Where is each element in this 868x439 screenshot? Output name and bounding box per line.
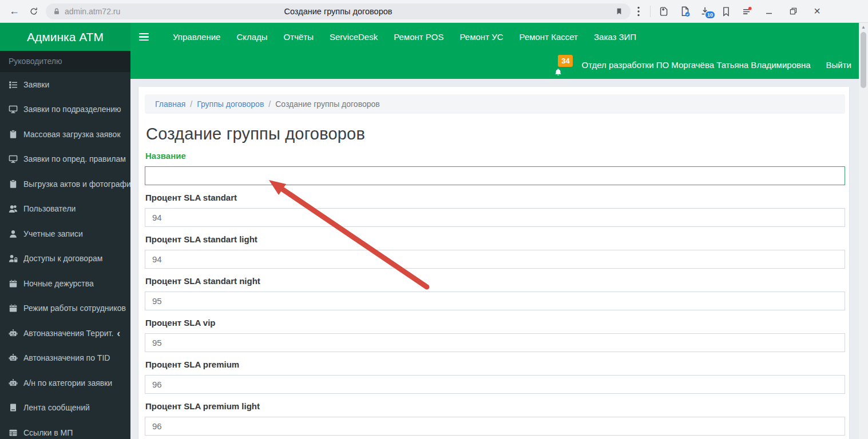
sidebar-item-mp-links[interactable]: Ссылки в МП xyxy=(0,420,130,439)
page-scrollbar[interactable]: ▲ xyxy=(859,23,868,439)
refresh-button[interactable] xyxy=(24,2,43,21)
field-input-sla-standart-light[interactable] xyxy=(145,250,845,269)
clipboard-icon xyxy=(9,130,18,139)
close-button[interactable]: × xyxy=(805,2,829,21)
field-input-sla-premium[interactable] xyxy=(145,375,845,394)
sidebar-item-label: Ночные дежурства xyxy=(23,279,94,288)
sidebar-item-label: Массовая загрузка заявок xyxy=(23,130,121,139)
sidebar-item-night-shifts[interactable]: Ночные дежурства xyxy=(0,271,130,296)
sidebar-item-bulk-upload[interactable]: Массовая загрузка заявок xyxy=(0,122,130,147)
sidebar-item-label: Учетные записи xyxy=(23,229,83,238)
sidebar-item-requests-by-division[interactable]: Заявки по подразделению xyxy=(0,97,130,122)
nav-item-4[interactable]: Ремонт POS xyxy=(386,23,451,51)
sidebar-item-auto-assign-territory[interactable]: Автоназначения Террит.‹ xyxy=(0,321,130,346)
breadcrumb-link[interactable]: Группы договоров xyxy=(197,99,264,109)
form-group-sla-premium: Процент SLA premium xyxy=(145,360,845,394)
content-card: Главная/Группы договоров/Создание группы… xyxy=(138,87,849,439)
minimize-icon xyxy=(766,8,772,15)
breadcrumb-current: Создание группы договоров xyxy=(275,99,380,109)
user-name: Отдел разработки ПО Моргачёва Татьяна Вл… xyxy=(581,60,810,70)
logout-button[interactable]: Выйти xyxy=(826,60,851,70)
nav-item-5[interactable]: Ремонт УС xyxy=(452,23,512,51)
app-logo[interactable]: Админка АТМ xyxy=(0,23,130,51)
table-icon xyxy=(9,428,18,437)
sidebar-item-label: Заявки по подразделению xyxy=(23,105,121,114)
document-check-icon xyxy=(679,5,691,18)
downloads-button[interactable]: 10 xyxy=(695,2,716,21)
sidebar-item-requests[interactable]: Заявки xyxy=(0,72,130,97)
hamburger-button[interactable] xyxy=(130,23,157,51)
sidebar-item-requests-by-rules[interactable]: Заявки по опред. правилам xyxy=(0,147,130,172)
sidebar-item-label: Заявки по опред. правилам xyxy=(23,154,126,163)
sidebar-item-auto-assign-tid[interactable]: Автоназначения по TID xyxy=(0,346,130,371)
toolbar-separator xyxy=(650,6,651,17)
nav-item-2[interactable]: Отчёты xyxy=(276,23,322,51)
tag-icon xyxy=(658,5,671,18)
book-icon xyxy=(9,403,18,412)
sidebar-item-users[interactable]: Пользователи xyxy=(0,197,130,222)
nav-item-3[interactable]: ServiceDesk xyxy=(322,23,386,51)
sidebar-item-message-feed[interactable]: Лента сообщений xyxy=(0,396,130,421)
field-input-title[interactable] xyxy=(145,166,845,185)
restore-button[interactable] xyxy=(781,2,805,21)
field-label-sla-standart: Процент SLA standart xyxy=(145,193,845,202)
notifications-button[interactable]: 34 xyxy=(554,54,574,77)
sidebar-item-label: А/н по категории заявки xyxy=(23,378,112,388)
tab-title: Создание группы договоров xyxy=(46,7,631,16)
list-notification-icon xyxy=(740,5,753,18)
sidebar-section-label: Руководителю xyxy=(0,51,130,72)
bookmark-icon[interactable] xyxy=(615,6,624,19)
field-input-sla-vip[interactable] xyxy=(145,333,845,352)
sidebar-item-acts-photos-export[interactable]: Выгрузка актов и фотографий xyxy=(0,171,130,197)
sidebar-item-label: Режим работы сотрудников xyxy=(23,304,126,313)
form-group-sla-standart-light: Процент SLA standart light xyxy=(145,234,845,269)
field-label-sla-standart-night: Процент SLA standart night xyxy=(145,276,845,286)
nav-item-0[interactable]: Управление xyxy=(165,23,228,51)
clipboard-icon xyxy=(9,179,18,189)
field-label-title: Название xyxy=(145,151,845,161)
sidebar-item-contract-access[interactable]: Доступы к договорам xyxy=(0,246,130,272)
extension-tag-button[interactable] xyxy=(654,2,675,21)
nav-item-6[interactable]: Ремонт Кассет xyxy=(512,23,586,51)
list-icon xyxy=(9,80,18,89)
more-menu-button[interactable] xyxy=(631,2,647,21)
robot-icon xyxy=(9,353,18,362)
notification-badge: 34 xyxy=(558,55,573,67)
scrollbar-thumb[interactable] xyxy=(861,32,866,88)
refresh-icon xyxy=(29,6,39,17)
nav-item-1[interactable]: Склады xyxy=(228,23,275,51)
sidebar-item-label: Автоназначения по TID xyxy=(23,353,110,362)
bookmarks-button[interactable] xyxy=(716,2,736,21)
user-lock-icon xyxy=(9,254,18,263)
create-form: Название Процент SLA standart Процент SL… xyxy=(145,151,845,436)
sidebar-item-work-schedule[interactable]: Режим работы сотрудников xyxy=(0,296,130,321)
user-bar: 34 Отдел разработки ПО Моргачёва Татьяна… xyxy=(130,51,859,79)
content-area: Главная/Группы договоров/Создание группы… xyxy=(130,79,859,439)
users-icon xyxy=(9,204,18,213)
breadcrumb-link[interactable]: Главная xyxy=(155,99,185,109)
field-input-sla-premium-light[interactable] xyxy=(145,417,845,436)
robot-icon xyxy=(9,329,18,338)
downloads-badge: 10 xyxy=(705,11,715,19)
main-nav: УправлениеСкладыОтчётыServiceDeskРемонт … xyxy=(165,23,644,51)
scroll-up-arrow[interactable]: ▲ xyxy=(859,23,868,31)
address-bar[interactable]: admin.atm72.ru Создание группы договоров xyxy=(46,3,631,19)
sidebar: Руководителю Заявки Заявки по подразделе… xyxy=(0,51,130,439)
sidebar-item-label: Ссылки в МП xyxy=(23,428,73,437)
minimize-button[interactable] xyxy=(757,2,781,21)
form-group-sla-premium-light: Процент SLA premium light xyxy=(145,401,845,436)
field-label-sla-premium: Процент SLA premium xyxy=(145,360,845,369)
sidebar-item-auto-assign-category[interactable]: А/н по категории заявки xyxy=(0,370,130,396)
nav-item-7[interactable]: Заказ ЗИП xyxy=(586,23,644,51)
back-button[interactable]: ← xyxy=(5,2,24,21)
sidebar-item-label: Заявки xyxy=(23,80,49,89)
protect-document-button[interactable] xyxy=(675,2,695,21)
monitor-icon xyxy=(9,105,18,114)
breadcrumb-separator: / xyxy=(268,99,271,109)
field-input-sla-standart-night[interactable] xyxy=(145,292,845,310)
form-group-sla-vip: Процент SLA vip xyxy=(145,318,845,352)
notifications-panel-button[interactable] xyxy=(736,2,757,21)
sidebar-menu: Заявки Заявки по подразделению Массовая … xyxy=(0,72,130,439)
sidebar-item-accounts[interactable]: Учетные записи xyxy=(0,221,130,246)
field-input-sla-standart[interactable] xyxy=(145,208,845,227)
